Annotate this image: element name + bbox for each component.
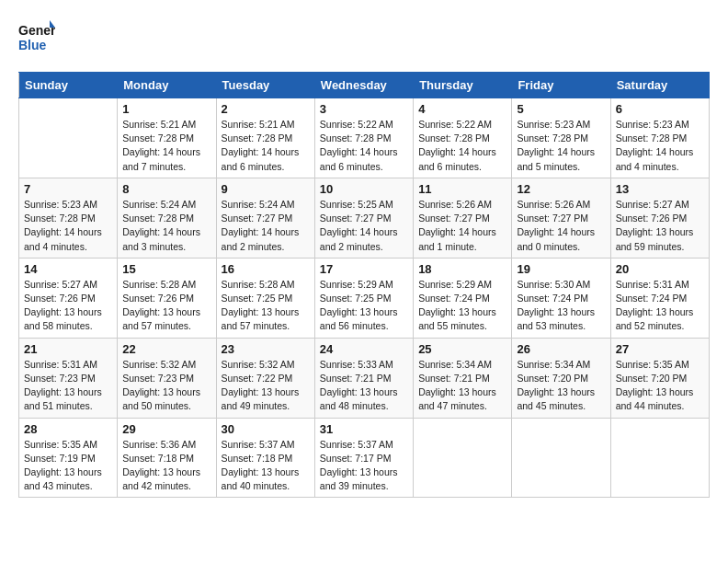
day-number: 2 <box>222 102 310 116</box>
logo: General Blue <box>18 18 55 57</box>
day-number: 14 <box>24 262 112 276</box>
calendar-cell: 10Sunrise: 5:25 AMSunset: 7:27 PMDayligh… <box>314 178 413 258</box>
calendar-cell: 26Sunrise: 5:34 AMSunset: 7:20 PMDayligh… <box>512 338 610 418</box>
day-number: 24 <box>320 342 408 356</box>
day-number: 17 <box>320 262 408 276</box>
calendar-cell: 13Sunrise: 5:27 AMSunset: 7:26 PMDayligh… <box>610 178 709 258</box>
day-info: Sunrise: 5:24 AMSunset: 7:27 PMDaylight:… <box>222 198 310 254</box>
day-info: Sunrise: 5:34 AMSunset: 7:20 PMDaylight:… <box>517 358 605 414</box>
day-info: Sunrise: 5:37 AMSunset: 7:17 PMDaylight:… <box>320 438 408 494</box>
calendar-cell: 18Sunrise: 5:29 AMSunset: 7:24 PMDayligh… <box>414 258 512 338</box>
calendar-cell <box>512 418 610 498</box>
day-info: Sunrise: 5:31 AMSunset: 7:23 PMDaylight:… <box>24 358 112 414</box>
calendar-cell: 28Sunrise: 5:35 AMSunset: 7:19 PMDayligh… <box>19 418 118 498</box>
calendar-cell: 29Sunrise: 5:36 AMSunset: 7:18 PMDayligh… <box>118 418 216 498</box>
day-number: 20 <box>616 262 704 276</box>
day-info: Sunrise: 5:36 AMSunset: 7:18 PMDaylight:… <box>122 438 210 494</box>
calendar-cell: 2Sunrise: 5:21 AMSunset: 7:28 PMDaylight… <box>216 98 314 178</box>
day-number: 27 <box>616 342 704 356</box>
weekday-header-saturday: Saturday <box>610 73 709 98</box>
day-number: 4 <box>418 102 506 116</box>
day-number: 5 <box>517 102 605 116</box>
day-number: 10 <box>320 182 408 196</box>
day-number: 26 <box>517 342 605 356</box>
day-info: Sunrise: 5:27 AMSunset: 7:26 PMDaylight:… <box>616 198 704 254</box>
day-number: 1 <box>122 102 210 116</box>
day-info: Sunrise: 5:28 AMSunset: 7:25 PMDaylight:… <box>222 278 310 334</box>
day-info: Sunrise: 5:21 AMSunset: 7:28 PMDaylight:… <box>222 118 310 174</box>
day-number: 19 <box>517 262 605 276</box>
calendar-cell: 6Sunrise: 5:23 AMSunset: 7:28 PMDaylight… <box>610 98 709 178</box>
day-number: 3 <box>320 102 408 116</box>
calendar-cell: 16Sunrise: 5:28 AMSunset: 7:25 PMDayligh… <box>216 258 314 338</box>
header: General Blue <box>18 18 710 57</box>
calendar-cell: 30Sunrise: 5:37 AMSunset: 7:18 PMDayligh… <box>216 418 314 498</box>
calendar-cell: 5Sunrise: 5:23 AMSunset: 7:28 PMDaylight… <box>512 98 610 178</box>
calendar-cell: 7Sunrise: 5:23 AMSunset: 7:28 PMDaylight… <box>19 178 118 258</box>
calendar-cell: 21Sunrise: 5:31 AMSunset: 7:23 PMDayligh… <box>19 338 118 418</box>
day-info: Sunrise: 5:23 AMSunset: 7:28 PMDaylight:… <box>616 118 704 174</box>
day-info: Sunrise: 5:33 AMSunset: 7:21 PMDaylight:… <box>320 358 408 414</box>
calendar-cell <box>414 418 512 498</box>
calendar-table: SundayMondayTuesdayWednesdayThursdayFrid… <box>18 72 710 498</box>
day-info: Sunrise: 5:35 AMSunset: 7:19 PMDaylight:… <box>24 438 112 494</box>
calendar-cell: 9Sunrise: 5:24 AMSunset: 7:27 PMDaylight… <box>216 178 314 258</box>
day-number: 15 <box>122 262 210 276</box>
calendar-cell: 8Sunrise: 5:24 AMSunset: 7:28 PMDaylight… <box>118 178 216 258</box>
calendar-cell: 22Sunrise: 5:32 AMSunset: 7:23 PMDayligh… <box>118 338 216 418</box>
weekday-header-friday: Friday <box>512 73 610 98</box>
day-info: Sunrise: 5:22 AMSunset: 7:28 PMDaylight:… <box>320 118 408 174</box>
day-number: 18 <box>418 262 506 276</box>
day-info: Sunrise: 5:30 AMSunset: 7:24 PMDaylight:… <box>517 278 605 334</box>
calendar-cell: 31Sunrise: 5:37 AMSunset: 7:17 PMDayligh… <box>314 418 413 498</box>
day-number: 29 <box>122 422 210 436</box>
day-info: Sunrise: 5:37 AMSunset: 7:18 PMDaylight:… <box>222 438 310 494</box>
day-info: Sunrise: 5:27 AMSunset: 7:26 PMDaylight:… <box>24 278 112 334</box>
day-number: 22 <box>122 342 210 356</box>
day-number: 31 <box>320 422 408 436</box>
calendar-week-1: 1Sunrise: 5:21 AMSunset: 7:28 PMDaylight… <box>19 98 710 178</box>
day-number: 9 <box>222 182 310 196</box>
day-info: Sunrise: 5:23 AMSunset: 7:28 PMDaylight:… <box>517 118 605 174</box>
calendar-cell: 15Sunrise: 5:28 AMSunset: 7:26 PMDayligh… <box>118 258 216 338</box>
day-info: Sunrise: 5:22 AMSunset: 7:28 PMDaylight:… <box>418 118 506 174</box>
day-info: Sunrise: 5:28 AMSunset: 7:26 PMDaylight:… <box>122 278 210 334</box>
day-number: 25 <box>418 342 506 356</box>
weekday-header-row: SundayMondayTuesdayWednesdayThursdayFrid… <box>19 73 710 98</box>
calendar-cell: 17Sunrise: 5:29 AMSunset: 7:25 PMDayligh… <box>314 258 413 338</box>
day-info: Sunrise: 5:34 AMSunset: 7:21 PMDaylight:… <box>418 358 506 414</box>
day-number: 7 <box>24 182 112 196</box>
day-number: 13 <box>616 182 704 196</box>
day-number: 8 <box>122 182 210 196</box>
calendar-cell: 14Sunrise: 5:27 AMSunset: 7:26 PMDayligh… <box>19 258 118 338</box>
day-info: Sunrise: 5:24 AMSunset: 7:28 PMDaylight:… <box>122 198 210 254</box>
calendar-cell: 12Sunrise: 5:26 AMSunset: 7:27 PMDayligh… <box>512 178 610 258</box>
day-number: 11 <box>418 182 506 196</box>
day-number: 21 <box>24 342 112 356</box>
day-info: Sunrise: 5:35 AMSunset: 7:20 PMDaylight:… <box>616 358 704 414</box>
calendar-cell <box>610 418 709 498</box>
logo-icon: General Blue <box>18 18 55 57</box>
calendar-week-5: 28Sunrise: 5:35 AMSunset: 7:19 PMDayligh… <box>19 418 710 498</box>
day-info: Sunrise: 5:25 AMSunset: 7:27 PMDaylight:… <box>320 198 408 254</box>
day-info: Sunrise: 5:32 AMSunset: 7:23 PMDaylight:… <box>122 358 210 414</box>
weekday-header-tuesday: Tuesday <box>216 73 314 98</box>
weekday-header-wednesday: Wednesday <box>314 73 413 98</box>
calendar-cell: 1Sunrise: 5:21 AMSunset: 7:28 PMDaylight… <box>118 98 216 178</box>
day-info: Sunrise: 5:26 AMSunset: 7:27 PMDaylight:… <box>418 198 506 254</box>
day-number: 12 <box>517 182 605 196</box>
calendar-week-4: 21Sunrise: 5:31 AMSunset: 7:23 PMDayligh… <box>19 338 710 418</box>
day-info: Sunrise: 5:26 AMSunset: 7:27 PMDaylight:… <box>517 198 605 254</box>
day-info: Sunrise: 5:32 AMSunset: 7:22 PMDaylight:… <box>222 358 310 414</box>
calendar-cell: 11Sunrise: 5:26 AMSunset: 7:27 PMDayligh… <box>414 178 512 258</box>
day-info: Sunrise: 5:31 AMSunset: 7:24 PMDaylight:… <box>616 278 704 334</box>
calendar-cell: 20Sunrise: 5:31 AMSunset: 7:24 PMDayligh… <box>610 258 709 338</box>
day-info: Sunrise: 5:29 AMSunset: 7:24 PMDaylight:… <box>418 278 506 334</box>
calendar-cell: 19Sunrise: 5:30 AMSunset: 7:24 PMDayligh… <box>512 258 610 338</box>
calendar-cell: 27Sunrise: 5:35 AMSunset: 7:20 PMDayligh… <box>610 338 709 418</box>
calendar-cell: 4Sunrise: 5:22 AMSunset: 7:28 PMDaylight… <box>414 98 512 178</box>
calendar-cell: 23Sunrise: 5:32 AMSunset: 7:22 PMDayligh… <box>216 338 314 418</box>
calendar-week-3: 14Sunrise: 5:27 AMSunset: 7:26 PMDayligh… <box>19 258 710 338</box>
calendar-cell: 25Sunrise: 5:34 AMSunset: 7:21 PMDayligh… <box>414 338 512 418</box>
weekday-header-sunday: Sunday <box>19 73 118 98</box>
